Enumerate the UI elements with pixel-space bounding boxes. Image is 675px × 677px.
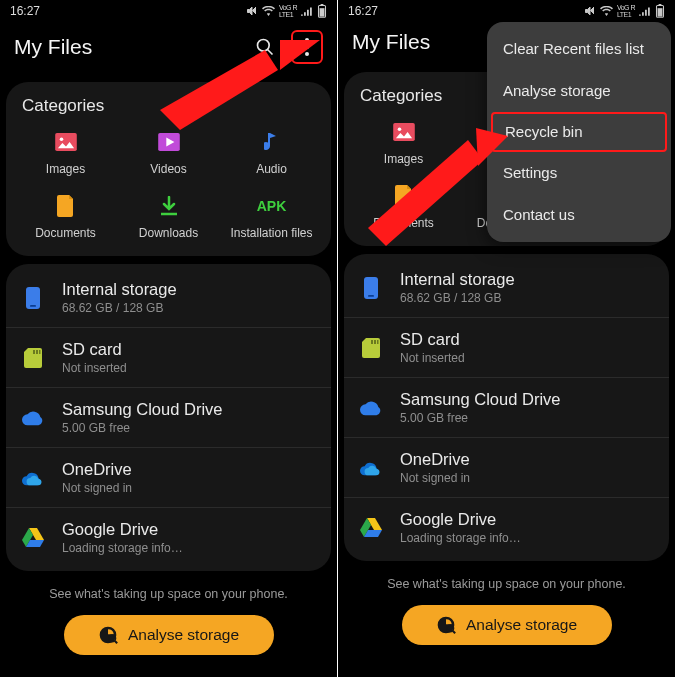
category-downloads[interactable]: Downloads xyxy=(117,194,220,240)
storage-row-internal[interactable]: Internal storage68.62 GB / 128 GB xyxy=(344,258,669,318)
categories-title: Categories xyxy=(14,96,323,116)
category-images[interactable]: Images xyxy=(352,120,455,166)
google-drive-icon xyxy=(22,527,44,549)
svg-rect-23 xyxy=(658,8,663,16)
search-button[interactable] xyxy=(249,31,281,63)
menu-recycle-bin[interactable]: Recycle bin xyxy=(491,112,667,152)
svg-rect-14 xyxy=(33,350,35,354)
status-icons: VoG RLTE1 xyxy=(584,4,665,18)
storage-row-samsung-cloud[interactable]: Samsung Cloud Drive5.00 GB free xyxy=(344,378,669,438)
storage-name: Samsung Cloud Drive xyxy=(62,400,223,419)
category-documents[interactable]: Documents xyxy=(352,184,455,230)
image-icon xyxy=(392,120,416,144)
analyse-storage-button[interactable]: Analyse storage xyxy=(402,605,612,645)
svg-point-7 xyxy=(305,52,309,56)
storage-name: Google Drive xyxy=(62,520,183,539)
storage-sub: Loading storage info… xyxy=(62,541,183,555)
menu-analyse-storage[interactable]: Analyse storage xyxy=(487,70,671,112)
battery-icon xyxy=(655,4,665,18)
svg-point-5 xyxy=(305,38,309,42)
wifi-icon xyxy=(600,6,613,16)
phone-storage-icon xyxy=(22,287,44,309)
svg-line-18 xyxy=(115,641,118,644)
category-videos[interactable]: Videos xyxy=(117,130,220,176)
category-label: Installation files xyxy=(230,226,312,240)
storage-name: OneDrive xyxy=(400,450,470,469)
video-icon xyxy=(157,130,181,154)
page-title: My Files xyxy=(14,35,92,59)
storage-name: SD card xyxy=(400,330,465,349)
footer-hint: See what's taking up space on your phone… xyxy=(338,577,675,591)
category-label: Audio xyxy=(256,162,287,176)
svg-line-34 xyxy=(453,631,456,634)
category-audio[interactable]: Audio xyxy=(220,130,323,176)
more-vert-icon xyxy=(305,38,309,56)
mute-icon xyxy=(584,5,596,17)
svg-rect-8 xyxy=(55,133,77,151)
category-label: Videos xyxy=(150,162,186,176)
analyse-label: Analyse storage xyxy=(466,616,577,634)
network-label: VoG RLTE1 xyxy=(617,4,635,18)
storage-name: Internal storage xyxy=(62,280,177,299)
network-label: VoG RLTE1 xyxy=(279,4,297,18)
document-icon xyxy=(392,184,416,208)
sd-card-icon xyxy=(22,347,44,369)
google-drive-icon xyxy=(360,517,382,539)
storage-row-samsung-cloud[interactable]: Samsung Cloud Drive5.00 GB free xyxy=(6,388,331,448)
wifi-icon xyxy=(262,6,275,16)
svg-rect-15 xyxy=(36,350,38,354)
storage-row-onedrive[interactable]: OneDriveNot signed in xyxy=(6,448,331,508)
storage-sub: Not inserted xyxy=(62,361,127,375)
more-options-button[interactable] xyxy=(291,30,323,64)
svg-rect-1 xyxy=(321,4,324,5)
svg-rect-2 xyxy=(320,8,325,16)
svg-rect-31 xyxy=(374,340,376,344)
download-icon xyxy=(157,194,181,218)
category-label: Documents xyxy=(373,216,434,230)
analyse-icon xyxy=(98,625,118,645)
status-icons: VoG RLTE1 xyxy=(246,4,327,18)
storage-sub: Not signed in xyxy=(62,481,132,495)
storage-row-sd[interactable]: SD cardNot inserted xyxy=(344,318,669,378)
storage-row-onedrive[interactable]: OneDriveNot signed in xyxy=(344,438,669,498)
storage-sub: 68.62 GB / 128 GB xyxy=(400,291,515,305)
categories-card: Categories Images Videos Audio Documents… xyxy=(6,82,331,256)
svg-point-6 xyxy=(305,45,309,49)
analyse-label: Analyse storage xyxy=(128,626,239,644)
phone-screen-left: 16:27 VoG RLTE1 My Files Categories Imag… xyxy=(0,0,337,677)
svg-line-4 xyxy=(268,50,273,55)
image-icon xyxy=(54,130,78,154)
svg-rect-13 xyxy=(30,305,36,307)
storage-sub: Not signed in xyxy=(400,471,470,485)
menu-settings[interactable]: Settings xyxy=(487,152,671,194)
storage-name: Internal storage xyxy=(400,270,515,289)
svg-rect-16 xyxy=(39,350,41,354)
mute-icon xyxy=(246,5,258,17)
storage-sub: 68.62 GB / 128 GB xyxy=(62,301,177,315)
storage-name: Google Drive xyxy=(400,510,521,529)
category-images[interactable]: Images xyxy=(14,130,117,176)
options-menu: Clear Recent files list Analyse storage … xyxy=(487,22,671,242)
status-time: 16:27 xyxy=(10,4,40,18)
category-documents[interactable]: Documents xyxy=(14,194,117,240)
svg-rect-30 xyxy=(371,340,373,344)
storage-row-sd[interactable]: SD cardNot inserted xyxy=(6,328,331,388)
svg-point-25 xyxy=(397,128,401,132)
storage-row-google-drive[interactable]: Google DriveLoading storage info… xyxy=(344,498,669,557)
sd-card-icon xyxy=(360,337,382,359)
svg-point-9 xyxy=(59,138,63,142)
menu-contact-us[interactable]: Contact us xyxy=(487,194,671,236)
menu-clear-recents[interactable]: Clear Recent files list xyxy=(487,28,671,70)
storage-row-google-drive[interactable]: Google DriveLoading storage info… xyxy=(6,508,331,567)
page-title: My Files xyxy=(352,30,430,54)
phone-storage-icon xyxy=(360,277,382,299)
analyse-storage-button[interactable]: Analyse storage xyxy=(64,615,274,655)
footer-hint: See what's taking up space on your phone… xyxy=(0,587,337,601)
storage-row-internal[interactable]: Internal storage68.62 GB / 128 GB xyxy=(6,268,331,328)
storage-name: SD card xyxy=(62,340,127,359)
storage-sub: Not inserted xyxy=(400,351,465,365)
storage-name: OneDrive xyxy=(62,460,132,479)
category-label: Images xyxy=(384,152,423,166)
category-installation-files[interactable]: APK Installation files xyxy=(220,194,323,240)
storage-name: Samsung Cloud Drive xyxy=(400,390,561,409)
